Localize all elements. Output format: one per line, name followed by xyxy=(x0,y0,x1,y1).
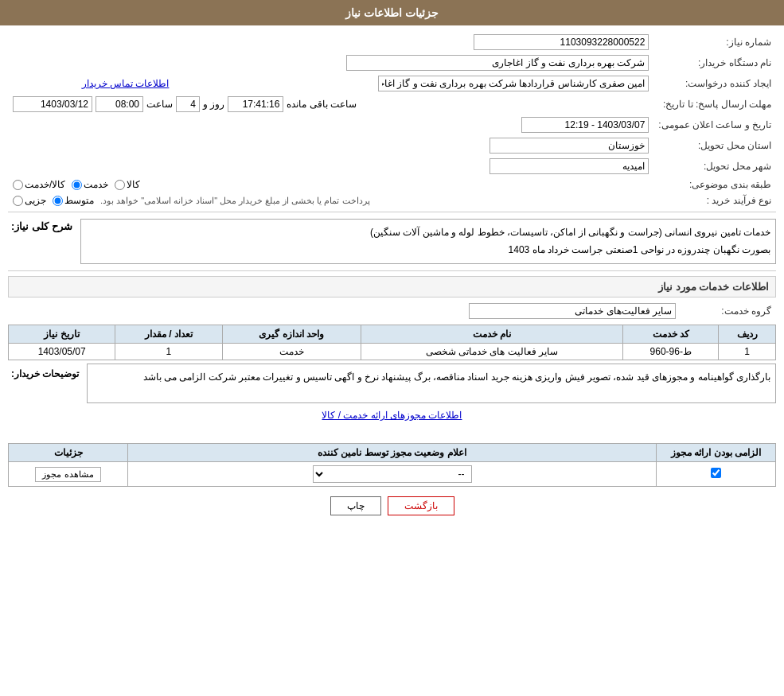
need-number-input[interactable] xyxy=(474,34,649,50)
category-kala-radio[interactable] xyxy=(115,180,125,190)
proc-type-note: پرداخت تمام یا بخشی از مبلغ خریدار محل "… xyxy=(100,196,370,206)
need-description-line2: بصورت نگهبان چندروزه در نواحی 1صنعتی جرا… xyxy=(86,242,770,259)
proc-type-motavasset-label: متوسط xyxy=(64,195,94,206)
buyer-notes-box: بارگذاری گواهینامه و مجوزهای قید شده، تص… xyxy=(87,364,776,403)
col-name: نام خدمت xyxy=(361,325,623,344)
proc-type-jozi-label: جزیی xyxy=(25,195,46,206)
creator-input[interactable] xyxy=(378,76,649,91)
days-input[interactable] xyxy=(176,96,200,112)
need-description-line1: خدمات تامین نیروی انسانی (جراست و نگهبان… xyxy=(86,224,770,242)
category-label: طبقه بندی موضوعی: xyxy=(653,177,776,192)
remaining-time-label: ساعت باقی مانده xyxy=(287,99,357,110)
permit-col-details: جزئیات xyxy=(9,444,128,462)
col-code: کد خدمت xyxy=(623,325,719,344)
print-button[interactable]: چاپ xyxy=(330,496,381,515)
time-label: ساعت xyxy=(146,99,173,110)
province-input[interactable] xyxy=(490,138,649,154)
permit-required-checkbox[interactable] xyxy=(711,468,721,478)
col-row: ردیف xyxy=(719,325,776,344)
days-label: روز و xyxy=(203,99,224,110)
permit-table: الزامی بودن ارائه مجوز اعلام وضعیت مجوز … xyxy=(8,443,776,487)
proc-type-label: نوع فرآیند خرید : xyxy=(653,192,776,208)
deadline-label: مهلت ارسال پاسخ: تا تاریخ: xyxy=(653,94,776,115)
page-header: جزئیات اطلاعات نیاز xyxy=(0,0,784,25)
time-input[interactable] xyxy=(96,96,143,112)
permit-status-cell: -- xyxy=(128,462,657,487)
permit-section-link[interactable]: اطلاعات مجوزهای ارائه خدمت / کالا xyxy=(8,406,776,424)
category-kala-label: کالا xyxy=(127,179,140,190)
deadline-date-input[interactable] xyxy=(13,96,92,112)
city-label: شهر محل تحویل: xyxy=(653,156,776,177)
category-kala-khedmat-radio[interactable] xyxy=(13,180,23,190)
need-description-box: خدمات تامین نیروی انسانی (جراست و نگهبان… xyxy=(80,219,776,264)
proc-type-motavasset-radio[interactable] xyxy=(53,196,63,206)
cell-code: ط-96-960 xyxy=(623,344,719,360)
col-quantity: تعداد / مقدار xyxy=(115,325,222,344)
view-permit-button[interactable]: مشاهده مجوز xyxy=(35,467,100,482)
cell-date: 1403/05/07 xyxy=(9,344,115,360)
cell-unit: خدمت xyxy=(222,344,361,360)
buyer-notes-title: توضیحات خریدار: xyxy=(8,364,82,384)
col-unit: واحد اندازه گیری xyxy=(222,325,361,344)
back-button[interactable]: بازگشت xyxy=(388,496,454,515)
cell-quantity: 1 xyxy=(115,344,222,360)
services-table: ردیف کد خدمت نام خدمت واحد اندازه گیری ت… xyxy=(8,325,776,360)
requester-org-input[interactable] xyxy=(346,55,649,71)
permit-details-cell: مشاهده مجوز xyxy=(9,462,128,487)
service-info-title: اطلاعات خدمات مورد نیاز xyxy=(8,276,776,297)
contact-link[interactable]: اطلاعات تماس خریدار xyxy=(82,78,170,89)
category-kala-khedmat-label: کالا/خدمت xyxy=(25,179,65,190)
permit-col-status: اعلام وضعیت مجوز توسط نامین کننده xyxy=(128,444,657,462)
need-description-title: شرح کلی نیاز: xyxy=(8,216,76,237)
requester-org-label: نام دستگاه خریدار: xyxy=(653,52,776,73)
permit-col-required: الزامی بودن ارائه مجوز xyxy=(657,444,776,462)
permit-row: -- مشاهده مجوز xyxy=(9,462,776,487)
announce-label: تاریخ و ساعت اعلان عمومی: xyxy=(653,115,776,135)
permit-required-cell xyxy=(657,462,776,487)
cell-name: سایر فعالیت های خدماتی شخصی xyxy=(361,344,623,360)
province-label: استان محل تحویل: xyxy=(653,135,776,156)
announce-input[interactable] xyxy=(521,117,649,133)
cell-row: 1 xyxy=(719,344,776,360)
permit-status-select[interactable]: -- xyxy=(313,465,472,483)
proc-type-jozi-radio[interactable] xyxy=(13,196,23,206)
service-group-label: گروه خدمت: xyxy=(681,301,776,321)
need-number-label: شماره نیاز: xyxy=(653,32,776,52)
table-row: 1 ط-96-960 سایر فعالیت های خدماتی شخصی خ… xyxy=(9,344,776,360)
creator-label: ایجاد کننده درخواست: xyxy=(653,73,776,94)
city-input[interactable] xyxy=(490,158,649,174)
col-date: تاریخ نیاز xyxy=(9,325,115,344)
category-khedmat-label: خدمت xyxy=(84,179,108,190)
service-group-input[interactable] xyxy=(469,303,676,319)
remaining-time-input[interactable] xyxy=(228,96,283,112)
category-khedmat-radio[interactable] xyxy=(72,180,82,190)
